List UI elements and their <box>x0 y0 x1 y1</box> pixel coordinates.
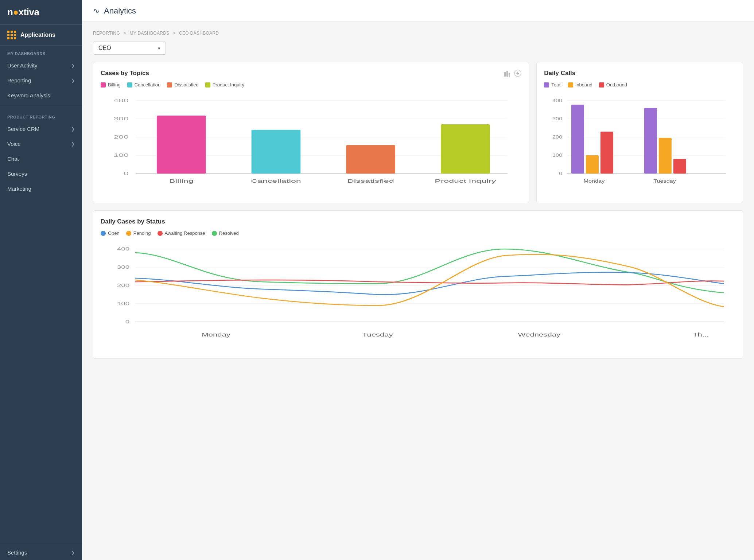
svg-text:Product Inquiry: Product Inquiry <box>435 178 496 183</box>
main-content: ∿ Analytics REPORTING > MY DASHBOARDS > … <box>82 0 754 560</box>
dashboard-select[interactable]: CEO ▾ <box>93 42 166 55</box>
breadcrumb-ceo-dashboard: CEO DASHBOARD <box>179 31 219 36</box>
bar-chart-svg: 400 300 200 100 0 <box>101 93 521 195</box>
product-inquiry-color <box>205 82 210 88</box>
resolved-label: Resolved <box>219 230 239 236</box>
daily-cases-by-status-card: Daily Cases by Status Open Pending Await… <box>93 210 743 359</box>
svg-text:200: 200 <box>117 283 129 288</box>
my-dashboards-section: My Dashboards <box>0 46 82 58</box>
chart-bar-icon-button[interactable] <box>504 70 511 77</box>
svg-text:100: 100 <box>552 153 562 158</box>
svg-text:Wednesday: Wednesday <box>518 332 561 338</box>
settings-label: Settings <box>7 549 27 556</box>
sidebar-item-settings[interactable]: Settings ❯ <box>0 545 82 560</box>
svg-text:0: 0 <box>559 171 562 176</box>
chevron-down-icon: ❯ <box>71 550 75 555</box>
daily-calls-legend: Total Inbound Outbound <box>544 82 735 88</box>
dashboard-selector-wrap: CEO ▾ <box>93 42 743 55</box>
svg-rect-2 <box>509 73 510 77</box>
svg-text:Cancellation: Cancellation <box>251 178 301 183</box>
svg-text:0: 0 <box>125 319 129 324</box>
sidebar-item-keyword-analysis[interactable]: Keyword Analysis <box>0 88 82 103</box>
legend-pending: Pending <box>126 230 151 236</box>
sidebar-item-applications[interactable]: Applications <box>0 25 82 46</box>
surveys-label: Surveys <box>7 171 27 177</box>
legend-open: Open <box>101 230 120 236</box>
svg-text:Dissatisfied: Dissatisfied <box>347 178 394 183</box>
total-label: Total <box>551 82 561 88</box>
sidebar-item-chat[interactable]: Chat <box>0 151 82 166</box>
legend-total: Total <box>544 82 561 88</box>
svg-text:400: 400 <box>117 246 129 252</box>
svg-rect-39 <box>673 159 686 174</box>
svg-text:200: 200 <box>113 134 129 139</box>
pending-color <box>126 231 131 236</box>
svg-text:Th...: Th... <box>693 332 709 338</box>
sidebar: n●xtiva Applications My Dashboards User … <box>0 0 82 560</box>
breadcrumb-my-dashboards: MY DASHBOARDS <box>129 31 169 36</box>
sidebar-item-marketing[interactable]: Marketing <box>0 181 82 196</box>
user-activity-label: User Activity <box>7 62 38 69</box>
sidebar-item-reporting[interactable]: Reporting ❯ <box>0 73 82 88</box>
svg-rect-35 <box>586 155 599 174</box>
legend-billing: Billing <box>101 82 121 88</box>
svg-rect-15 <box>157 116 206 174</box>
svg-rect-34 <box>571 105 584 174</box>
page-title: Analytics <box>104 6 136 16</box>
svg-text:300: 300 <box>113 116 129 121</box>
svg-rect-38 <box>659 138 672 174</box>
logo-text: n●xtiva <box>7 7 39 18</box>
svg-text:400: 400 <box>113 98 129 103</box>
daily-calls-title: Daily Calls <box>544 70 735 77</box>
chevron-down-icon: ❯ <box>71 141 75 147</box>
svg-rect-0 <box>504 72 506 77</box>
svg-text:0: 0 <box>124 171 129 176</box>
sidebar-item-voice[interactable]: Voice ❯ <box>0 136 82 151</box>
total-color <box>544 82 549 88</box>
legend-cancellation: Cancellation <box>127 82 161 88</box>
product-inquiry-label: Product Inquiry <box>213 82 244 88</box>
analytics-icon: ∿ <box>93 6 100 16</box>
sidebar-item-surveys[interactable]: Surveys <box>0 166 82 181</box>
cases-by-topics-title: Cases by Topics <box>101 70 521 77</box>
dissatisfied-label: Dissatisfied <box>174 82 198 88</box>
apps-grid-icon <box>7 31 16 39</box>
voice-label: Voice <box>7 141 21 147</box>
svg-rect-36 <box>601 132 613 174</box>
svg-text:100: 100 <box>113 152 129 158</box>
svg-rect-1 <box>506 71 508 77</box>
svg-rect-17 <box>346 145 395 174</box>
sidebar-item-user-activity[interactable]: User Activity ❯ <box>0 58 82 73</box>
applications-label: Applications <box>20 32 55 38</box>
svg-text:300: 300 <box>552 116 562 121</box>
billing-label: Billing <box>108 82 121 88</box>
service-crm-label: Service CRM <box>7 126 39 132</box>
cases-by-topics-card: Cases by Topics Billing <box>93 62 529 203</box>
open-color <box>101 231 106 236</box>
svg-text:Monday: Monday <box>584 179 605 184</box>
product-reporting-section: PRODUCT REPORTING <box>0 109 82 121</box>
sidebar-divider <box>0 106 82 106</box>
awaiting-response-label: Awaiting Response <box>165 230 205 236</box>
legend-product-inquiry: Product Inquiry <box>205 82 244 88</box>
legend-outbound: Outbound <box>599 82 627 88</box>
awaiting-color <box>158 231 163 236</box>
open-label: Open <box>108 230 120 236</box>
svg-rect-18 <box>441 124 490 174</box>
dissatisfied-color <box>167 82 172 88</box>
cases-by-topics-legend: Billing Cancellation Dissatisfied Produc… <box>101 82 521 88</box>
legend-resolved: Resolved <box>212 230 239 236</box>
sidebar-item-service-crm[interactable]: Service CRM ❯ <box>0 121 82 136</box>
logo: n●xtiva <box>0 0 82 25</box>
svg-text:100: 100 <box>117 301 129 306</box>
charts-row-top: Cases by Topics Billing <box>93 62 743 203</box>
cancellation-label: Cancellation <box>135 82 161 88</box>
daily-cases-chart: 400 300 200 100 0 Monday Tuesday Wednesd… <box>101 242 735 351</box>
svg-text:Billing: Billing <box>169 178 194 183</box>
svg-text:200: 200 <box>552 135 562 140</box>
keyword-analysis-label: Keyword Analysis <box>7 92 50 98</box>
download-icon-button[interactable] <box>514 70 521 77</box>
sidebar-bottom: Settings ❯ <box>0 545 82 560</box>
daily-calls-card: Daily Calls Total Inbound Outbound <box>536 62 743 203</box>
pending-label: Pending <box>133 230 151 236</box>
